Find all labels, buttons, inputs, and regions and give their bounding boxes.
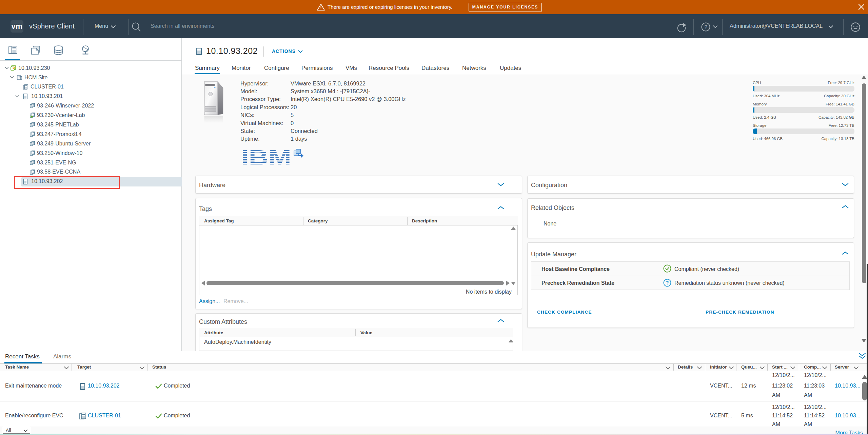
svg-text:?: ? (666, 280, 669, 285)
svg-text:?: ? (704, 24, 707, 30)
